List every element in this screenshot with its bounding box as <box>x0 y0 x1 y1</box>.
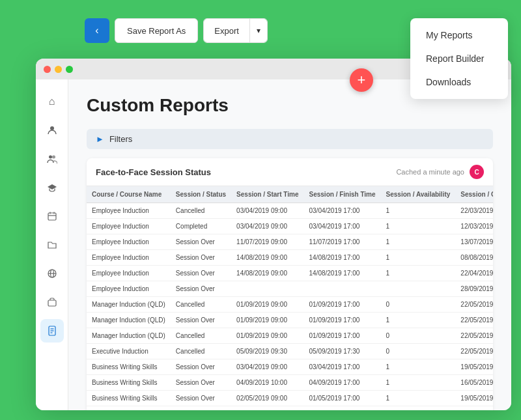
table-cell: 1 <box>381 250 456 266</box>
table-cell: 19/05/2019 <box>455 391 493 406</box>
table-cell: Employee Induction <box>87 219 171 234</box>
table-cell <box>231 281 303 297</box>
table-cell: Session Over <box>171 313 231 328</box>
table-cell: 12/03/2019 <box>455 219 493 234</box>
sidebar-item-globe[interactable] <box>40 262 64 285</box>
table-cell: 14/08/2019 09:00 <box>231 266 303 281</box>
table-title: Face-to-Face Session Status <box>96 167 211 177</box>
col-session-status: Session / Status <box>171 186 231 203</box>
sidebar-item-people[interactable] <box>40 147 64 171</box>
table-cell: Cancelled <box>171 328 231 344</box>
export-dropdown-button[interactable]: ▾ <box>249 19 267 42</box>
table-cell: Session Over <box>171 250 231 266</box>
filters-bar[interactable]: ► Filters <box>87 129 493 149</box>
table-cell: 05/09/2019 17:30 <box>304 344 381 359</box>
col-availability: Session / Availability <box>381 186 456 203</box>
table-row: Manager Induction (QLD)Cancelled01/09/20… <box>87 328 493 344</box>
filters-chevron-icon: ► <box>96 134 104 144</box>
table-row: Employee InductionSession Over28/09/2019… <box>87 281 493 297</box>
svg-rect-11 <box>48 300 56 306</box>
table-row: Business Writing SkillsSession Over03/04… <box>87 359 493 375</box>
table-row: Business Writing SkillsSession Over18/05… <box>87 406 493 411</box>
svg-point-1 <box>49 156 52 159</box>
table-cell: Cancelled <box>171 297 231 313</box>
table-cell: 03/04/2019 17:00 <box>304 219 381 234</box>
browser-window: ⌂ Custom Reports ► Filters <box>36 59 511 410</box>
table-cell: 22/03/2019 <box>455 203 493 219</box>
sidebar-item-calendar[interactable] <box>40 204 64 228</box>
col-finish-time: Session / Finish Time <box>304 186 381 203</box>
table-cell: 14/08/2019 17:00 <box>304 250 381 266</box>
cache-text: Cached a minute ago <box>396 168 464 176</box>
table-cell: Session Over <box>171 281 231 297</box>
table-cell: Manager Induction (QLD) <box>87 328 171 344</box>
sidebar-item-home[interactable]: ⌂ <box>40 90 64 113</box>
sidebar: ⌂ <box>36 79 68 410</box>
table-cell: Session Over <box>171 391 231 406</box>
table-cell: 1 <box>381 375 456 391</box>
svg-point-2 <box>52 156 55 159</box>
table-cell: Employee Induction <box>87 266 171 281</box>
table-cell: 1 <box>381 203 456 219</box>
table-cell: 0 <box>381 328 456 344</box>
table-cell: Employee Induction <box>87 250 171 266</box>
table-cell: 04/09/2019 10:00 <box>231 375 303 391</box>
table-cell: 28/09/2019 <box>455 281 493 297</box>
toolbar: ‹ Save Report As Export ▾ <box>85 18 268 43</box>
table-cell: 0 <box>381 344 456 359</box>
col-start-time: Session / Start Time <box>231 186 303 203</box>
sidebar-item-person[interactable] <box>40 119 64 142</box>
table-row: Employee InductionSession Over14/08/2019… <box>87 266 493 281</box>
minimize-traffic-light[interactable] <box>55 66 62 73</box>
table-container: Face-to-Face Session Status Cached a min… <box>87 158 493 410</box>
table-cell: Employee Induction <box>87 203 171 219</box>
table-cell: 1 <box>381 219 456 234</box>
svg-marker-3 <box>48 184 57 189</box>
table-header-row: Course / Course Name Session / Status Se… <box>87 186 493 203</box>
sidebar-item-document[interactable] <box>40 319 64 343</box>
sidebar-item-graduation[interactable] <box>40 176 64 199</box>
back-button[interactable]: ‹ <box>85 18 109 43</box>
col-created-date: Session / Created Date <box>455 186 493 203</box>
table-cell: 13/07/2019 <box>455 234 493 250</box>
table-row: Business Writing SkillsSession Over04/09… <box>87 375 493 391</box>
col-course-name: Course / Course Name <box>87 186 171 203</box>
table-cell: 22/05/2019 <box>455 313 493 328</box>
add-button[interactable]: + <box>350 68 373 92</box>
table-cell: Employee Induction <box>87 234 171 250</box>
table-cell: 01/09/2019 17:00 <box>304 313 381 328</box>
sidebar-item-folder[interactable] <box>40 233 64 257</box>
table-cell: 22/05/2019 <box>455 297 493 313</box>
table-cell: Session Over <box>171 406 231 411</box>
save-report-button[interactable]: Save Report As <box>115 18 198 43</box>
table-row: Employee InductionCancelled03/04/2019 09… <box>87 203 493 219</box>
cache-info: Cached a minute ago C <box>396 165 484 179</box>
table-cell <box>381 281 456 297</box>
table-cell: Manager Induction (QLD) <box>87 313 171 328</box>
table-cell: 1 <box>381 406 456 411</box>
dropdown-item-downloads[interactable]: Downloads <box>410 70 508 94</box>
table-cell: 11/07/2019 09:00 <box>231 234 303 250</box>
table-cell: 03/04/2019 17:00 <box>304 359 381 375</box>
table-cell: Business Writing Skills <box>87 359 171 375</box>
table-cell: 1 <box>381 234 456 250</box>
table-cell: 03/04/2019 09:00 <box>231 359 303 375</box>
dropdown-item-my-reports[interactable]: My Reports <box>410 23 508 47</box>
table-row: Manager Induction (QLD)Cancelled01/09/20… <box>87 297 493 313</box>
close-traffic-light[interactable] <box>44 66 51 73</box>
table-cell: 01/09/2019 09:00 <box>231 313 303 328</box>
sidebar-item-briefcase[interactable] <box>40 290 64 314</box>
table-cell: 22/05/2019 <box>455 328 493 344</box>
main-content: Custom Reports ► Filters Face-to-Face Se… <box>68 79 511 410</box>
maximize-traffic-light[interactable] <box>66 66 73 73</box>
table-cell: Cancelled <box>171 203 231 219</box>
table-cell: 03/04/2019 09:00 <box>231 203 303 219</box>
table-cell: 14/08/2019 17:00 <box>304 266 381 281</box>
dropdown-item-report-builder[interactable]: Report Builder <box>410 47 508 70</box>
table-cell: Session Over <box>171 266 231 281</box>
table-cell: 11/07/2019 17:00 <box>304 234 381 250</box>
table-cell: Business Writing Skills <box>87 406 171 411</box>
table-cell: 04/09/2019 17:00 <box>304 375 381 391</box>
export-button[interactable]: Export <box>204 19 249 42</box>
table-cell: 0 <box>381 297 456 313</box>
